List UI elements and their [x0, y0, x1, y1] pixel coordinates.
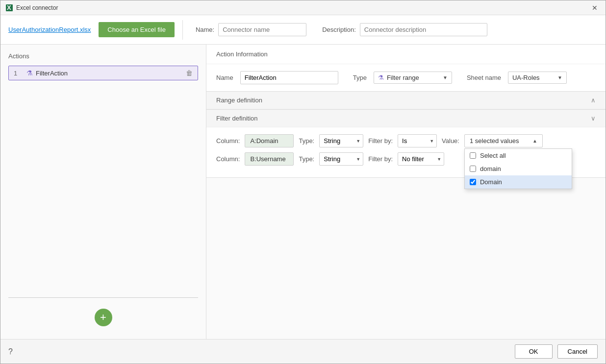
- filter-definition-header[interactable]: Filter definition ∨: [206, 110, 606, 127]
- type-select[interactable]: ⚗ Filter range ▼: [374, 72, 452, 84]
- value-label-1: Value:: [442, 137, 459, 145]
- window: X Excel connector ✕ UserAuthorizationRep…: [0, 0, 606, 364]
- file-link[interactable]: UserAuthorizationReport.xlsx: [8, 26, 91, 33]
- type-select-2[interactable]: String: [319, 152, 363, 166]
- name-group: Name:: [196, 23, 306, 36]
- bottom-bar: ? OK Cancel: [0, 339, 606, 364]
- value-btn-arrow-icon: ▲: [532, 138, 537, 144]
- dropdown-item-select-all[interactable]: Select all: [465, 149, 572, 162]
- col-input-2[interactable]: [245, 152, 294, 166]
- add-row: +: [8, 304, 198, 331]
- filterby-label-1: Filter by:: [368, 137, 393, 145]
- sheet-label: Sheet name: [467, 74, 501, 81]
- spacer: [8, 80, 198, 293]
- title-bar: X Excel connector ✕: [0, 0, 606, 15]
- domain-upper-label: Domain: [480, 178, 502, 186]
- type-label-2: Type:: [299, 155, 314, 163]
- filterby-label-2: Filter by:: [368, 155, 393, 163]
- body-area: Actions 1 ⚗ FilterAction 🗑 +: [0, 45, 606, 339]
- action-information-body: Name Type ⚗ Filter range ▼ Sheet name UA…: [206, 64, 606, 91]
- choose-excel-button[interactable]: Choose an Excel file: [99, 22, 175, 37]
- toolbar-divider: [182, 20, 183, 40]
- filter-icon: ⚗: [26, 69, 33, 77]
- filterby-select-wrapper-1[interactable]: Is: [398, 134, 437, 147]
- filterby-select-2[interactable]: No filter: [398, 152, 444, 166]
- select-all-label: Select all: [480, 152, 506, 159]
- type-label: Type: [353, 74, 367, 81]
- svg-text:X: X: [7, 4, 11, 11]
- action-item[interactable]: 1 ⚗ FilterAction 🗑: [8, 66, 198, 80]
- right-panel: Action Information Name Type ⚗ Filter ra…: [206, 45, 606, 339]
- action-name: FilterAction: [36, 70, 182, 77]
- domain-upper-checkbox[interactable]: [470, 179, 476, 185]
- dropdown-item-domain-lower[interactable]: domain: [465, 162, 572, 175]
- dropdown-item-domain-upper[interactable]: Domain: [465, 175, 572, 189]
- type-label-1: Type:: [299, 137, 314, 145]
- range-definition-header[interactable]: Range definition ∧: [206, 92, 606, 109]
- domain-lower-label: domain: [480, 165, 501, 172]
- col-label-2: Column:: [216, 155, 240, 163]
- main-content: UserAuthorizationReport.xlsx Choose an E…: [0, 15, 606, 364]
- domain-lower-checkbox[interactable]: [470, 166, 476, 172]
- actions-list: 1 ⚗ FilterAction 🗑: [8, 66, 198, 80]
- filter-row-1: Column: Type: String Filter by:: [216, 134, 596, 147]
- filter-definition-body: Column: Type: String Filter by:: [206, 127, 606, 177]
- action-name-input[interactable]: [240, 71, 338, 84]
- filterby-select-wrapper-2[interactable]: No filter: [398, 152, 444, 166]
- description-label: Description:: [322, 26, 356, 33]
- value-dropdown: Select all domain Domain: [464, 148, 572, 189]
- left-panel: Actions 1 ⚗ FilterAction 🗑 +: [0, 45, 206, 339]
- connector-name-input[interactable]: [218, 23, 306, 36]
- filter-definition-title: Filter definition: [216, 115, 258, 122]
- range-collapse-icon: ∧: [591, 97, 596, 104]
- type-select-1[interactable]: String: [319, 134, 363, 147]
- app-icon: X: [5, 4, 13, 12]
- add-action-button[interactable]: +: [95, 309, 112, 326]
- type-value: Filter range: [387, 74, 440, 81]
- description-group: Description:: [322, 23, 487, 36]
- range-definition-title: Range definition: [216, 97, 262, 104]
- window-title: Excel connector: [16, 4, 589, 11]
- actions-section-title: Actions: [8, 52, 198, 60]
- name-label: Name:: [196, 26, 214, 33]
- help-icon[interactable]: ?: [8, 347, 13, 356]
- value-button-1[interactable]: 1 selected values ▲: [464, 134, 543, 147]
- action-information-block: Action Information Name Type ⚗ Filter ra…: [206, 45, 606, 92]
- close-button[interactable]: ✕: [589, 3, 601, 13]
- filter-definition-block: Filter definition ∨ Column: Type: String: [206, 110, 606, 178]
- col-input-1[interactable]: [245, 134, 294, 147]
- value-btn-text-1: 1 selected values: [470, 137, 519, 145]
- action-information-header: Action Information: [206, 45, 606, 64]
- delete-action-button[interactable]: 🗑: [186, 69, 193, 77]
- cancel-button[interactable]: Cancel: [557, 344, 598, 359]
- connector-description-input[interactable]: [360, 23, 487, 36]
- action-name-label: Name: [216, 74, 233, 81]
- filter-collapse-icon: ∨: [591, 115, 596, 122]
- action-info-form-row: Name Type ⚗ Filter range ▼ Sheet name UA…: [216, 71, 596, 84]
- type-select-arrow-icon: ▼: [443, 75, 448, 80]
- type-select-wrapper-2[interactable]: String: [319, 152, 363, 166]
- range-definition-block: Range definition ∧: [206, 92, 606, 110]
- toolbar: UserAuthorizationReport.xlsx Choose an E…: [0, 15, 606, 45]
- sheet-value: UA-Roles: [512, 74, 556, 81]
- ok-button[interactable]: OK: [515, 344, 553, 359]
- filter-range-icon: ⚗: [378, 74, 384, 81]
- sheet-select-arrow-icon: ▼: [557, 75, 562, 80]
- type-select-wrapper-1[interactable]: String: [319, 134, 363, 147]
- sheet-name-select[interactable]: UA-Roles ▼: [508, 72, 567, 84]
- value-dropdown-container: 1 selected values ▲ Select all: [464, 134, 543, 147]
- select-all-checkbox[interactable]: [470, 152, 476, 159]
- action-number: 1: [14, 70, 22, 77]
- filterby-select-1[interactable]: Is: [398, 134, 437, 147]
- col-label-1: Column:: [216, 137, 240, 145]
- action-information-title: Action Information: [216, 50, 268, 58]
